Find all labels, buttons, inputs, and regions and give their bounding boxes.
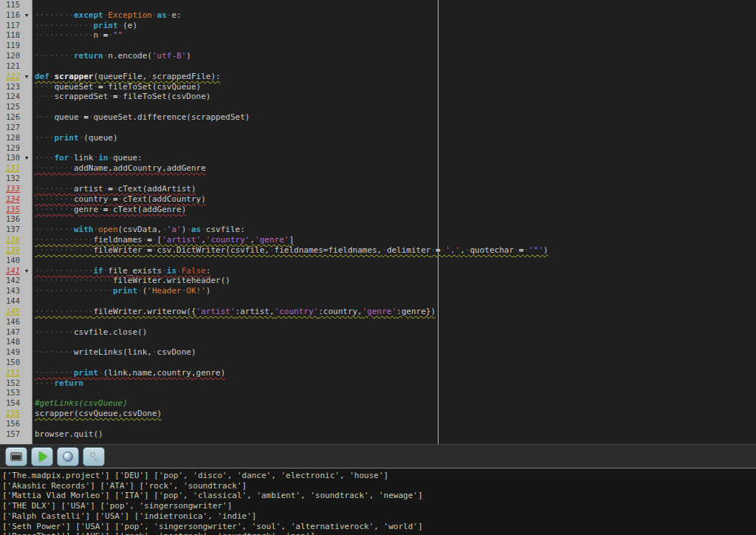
code-line[interactable]: 152····return bbox=[0, 378, 756, 389]
code-line[interactable]: 140 bbox=[0, 256, 756, 266]
code-line[interactable]: 145············fileWriter.writerow({'art… bbox=[0, 307, 756, 317]
line-number[interactable]: 141 bbox=[0, 266, 21, 276]
code-line[interactable]: 116▼········except·Exception·as·e: bbox=[0, 10, 756, 21]
line-number[interactable]: 127 bbox=[0, 123, 21, 133]
code-line[interactable]: 131········addName,addCountry,addGenre bbox=[0, 163, 756, 174]
code-text: ········genre·=·cText(addGenre) bbox=[32, 205, 186, 215]
line-number[interactable]: 156 bbox=[0, 419, 21, 429]
terminal-button[interactable] bbox=[5, 447, 27, 466]
code-text: ················fileWriter.writeheader() bbox=[32, 276, 230, 286]
line-number[interactable]: 120 bbox=[0, 51, 21, 61]
code-line[interactable]: 130▼····for·link·in·queue: bbox=[0, 153, 756, 163]
line-number[interactable]: 153 bbox=[0, 388, 21, 398]
line-number[interactable]: 136 bbox=[0, 214, 21, 225]
code-line[interactable]: 147········csvfile.close() bbox=[0, 327, 756, 338]
code-line[interactable]: 150 bbox=[0, 358, 756, 368]
fold-arrow-icon[interactable]: ▼ bbox=[21, 266, 32, 276]
line-number[interactable]: 126 bbox=[0, 112, 21, 123]
line-number[interactable]: 123 bbox=[0, 82, 21, 92]
code-line[interactable]: 154#getLinks(csvQueue) bbox=[0, 398, 756, 409]
search-button[interactable] bbox=[83, 447, 105, 466]
fold-arrow-icon[interactable]: ▼ bbox=[21, 72, 32, 82]
code-line[interactable]: 157browser.quit() bbox=[0, 429, 756, 440]
code-line[interactable]: 127 bbox=[0, 123, 756, 133]
code-line[interactable]: 134········country·=·cText(addCountry) bbox=[0, 194, 756, 205]
code-line[interactable]: 148 bbox=[0, 337, 756, 347]
line-number[interactable]: 142 bbox=[0, 276, 21, 286]
code-line[interactable]: 144 bbox=[0, 296, 756, 307]
output-console[interactable]: ['The.madpix.project'] ['DEU'] ['pop', '… bbox=[0, 468, 756, 535]
code-line[interactable]: 123····queueSet·=·fileToSet(csvQueue) bbox=[0, 82, 756, 92]
line-number[interactable]: 152 bbox=[0, 378, 21, 389]
browser-button[interactable] bbox=[57, 447, 79, 466]
code-line[interactable]: 121 bbox=[0, 61, 756, 72]
line-number[interactable]: 137 bbox=[0, 225, 21, 235]
code-line[interactable]: 126····queue·=·queueSet.difference(scrap… bbox=[0, 112, 756, 123]
code-line[interactable]: 141▼············if·file_exists·is·False: bbox=[0, 266, 756, 276]
line-number[interactable]: 134 bbox=[0, 194, 21, 205]
line-number[interactable]: 149 bbox=[0, 347, 21, 358]
code-line[interactable]: 142················fileWriter.writeheade… bbox=[0, 276, 756, 286]
line-number[interactable]: 140 bbox=[0, 256, 21, 266]
code-line[interactable]: 124····scrappedSet·=·fileToSet(csvDone) bbox=[0, 92, 756, 102]
code-line[interactable]: 151········print·(link,name,country,genr… bbox=[0, 368, 756, 378]
fold-spacer bbox=[21, 174, 32, 184]
line-number[interactable]: 154 bbox=[0, 398, 21, 409]
code-line[interactable]: 156 bbox=[0, 419, 756, 429]
line-number[interactable]: 124 bbox=[0, 92, 21, 102]
code-line[interactable]: 128····print·(queue) bbox=[0, 133, 756, 143]
line-number[interactable]: 122 bbox=[0, 72, 21, 82]
line-number[interactable]: 138 bbox=[0, 235, 21, 245]
code-line[interactable]: 149········writeLinks(link,·csvDone) bbox=[0, 347, 756, 358]
line-number[interactable]: 133 bbox=[0, 184, 21, 194]
line-number[interactable]: 129 bbox=[0, 143, 21, 154]
code-line[interactable]: 139············fileWriter·=·csv.DictWrit… bbox=[0, 245, 756, 256]
line-number[interactable]: 128 bbox=[0, 133, 21, 143]
code-line[interactable]: 115 bbox=[0, 0, 756, 10]
code-line[interactable]: 146 bbox=[0, 317, 756, 327]
line-number[interactable]: 139 bbox=[0, 245, 21, 256]
line-number[interactable]: 131 bbox=[0, 163, 21, 174]
code-line[interactable]: 137········with·open(csvData,·'a')·as·cs… bbox=[0, 225, 756, 235]
code-lines[interactable]: 115116▼········except·Exception·as·e:117… bbox=[0, 0, 756, 440]
line-number[interactable]: 148 bbox=[0, 337, 21, 347]
code-line[interactable]: 132 bbox=[0, 174, 756, 184]
line-number[interactable]: 146 bbox=[0, 317, 21, 327]
line-number[interactable]: 125 bbox=[0, 102, 21, 112]
code-line[interactable]: 119 bbox=[0, 41, 756, 51]
code-line[interactable]: 136 bbox=[0, 214, 756, 225]
code-line[interactable]: 133········artist·=·cText(addArtist) bbox=[0, 184, 756, 194]
line-number[interactable]: 117 bbox=[0, 21, 21, 31]
line-number[interactable]: 144 bbox=[0, 296, 21, 307]
code-line[interactable]: 120········return·n.encode('utf-8') bbox=[0, 51, 756, 61]
code-line[interactable]: 129 bbox=[0, 143, 756, 154]
line-number[interactable]: 143 bbox=[0, 286, 21, 296]
line-number[interactable]: 155 bbox=[0, 409, 21, 419]
line-number[interactable]: 147 bbox=[0, 327, 21, 338]
line-number[interactable]: 121 bbox=[0, 61, 21, 72]
line-number[interactable]: 145 bbox=[0, 307, 21, 317]
line-number[interactable]: 118 bbox=[0, 30, 21, 41]
line-number[interactable]: 151 bbox=[0, 368, 21, 378]
line-number[interactable]: 157 bbox=[0, 429, 21, 440]
code-line[interactable]: 143················print·('Header·OK!') bbox=[0, 286, 756, 296]
line-number[interactable]: 130 bbox=[0, 153, 21, 163]
line-number[interactable]: 150 bbox=[0, 358, 21, 368]
fold-arrow-icon[interactable]: ▼ bbox=[21, 10, 32, 21]
code-line[interactable]: 138············fieldnames·=·['artist','c… bbox=[0, 235, 756, 245]
code-line[interactable]: 153 bbox=[0, 388, 756, 398]
code-editor[interactable]: 115116▼········except·Exception·as·e:117… bbox=[0, 0, 756, 444]
line-number[interactable]: 119 bbox=[0, 41, 21, 51]
line-number[interactable]: 135 bbox=[0, 205, 21, 215]
fold-arrow-icon[interactable]: ▼ bbox=[21, 153, 32, 163]
line-number[interactable]: 116 bbox=[0, 10, 21, 21]
line-number[interactable]: 115 bbox=[0, 0, 21, 10]
code-line[interactable]: 155scrapper(csvQueue,csvDone) bbox=[0, 409, 756, 419]
line-number[interactable]: 132 bbox=[0, 174, 21, 184]
code-line[interactable]: 122▼def·scrapper(queueFile,·scrappedFile… bbox=[0, 72, 756, 82]
code-line[interactable]: 135········genre·=·cText(addGenre) bbox=[0, 205, 756, 215]
code-line[interactable]: 125 bbox=[0, 102, 756, 112]
code-line[interactable]: 118············n·=·"" bbox=[0, 30, 756, 41]
code-line[interactable]: 117············print·(e) bbox=[0, 21, 756, 31]
run-button[interactable] bbox=[31, 447, 53, 466]
